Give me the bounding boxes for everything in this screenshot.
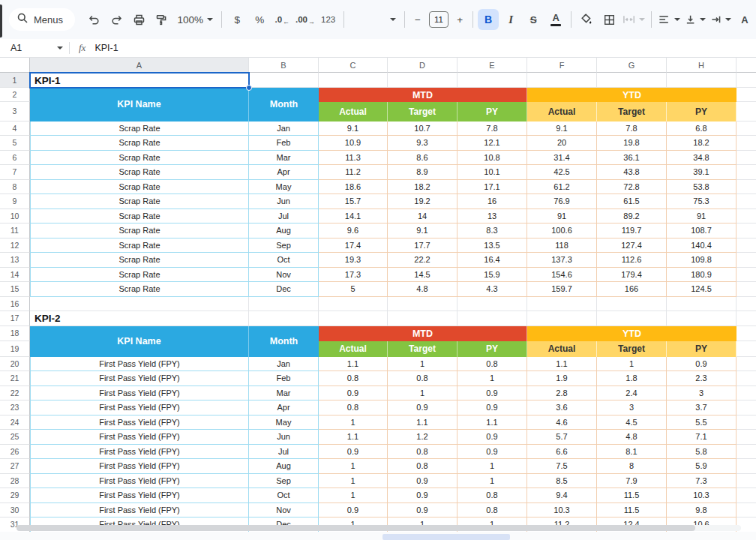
header-cell-mtd-target[interactable]: Target (388, 341, 458, 357)
value-cell[interactable]: 13.5 (458, 238, 527, 254)
kpi-name-cell[interactable]: First Pass Yield (FPY) (30, 386, 249, 401)
value-cell[interactable]: 0.8 (458, 488, 527, 503)
row-header-16[interactable]: 16 (0, 297, 30, 312)
value-cell[interactable]: 140.4 (667, 238, 736, 254)
month-cell[interactable]: May (249, 416, 319, 430)
row-header-18[interactable]: 18 (0, 326, 30, 341)
value-cell[interactable]: 1 (319, 474, 388, 489)
value-cell[interactable]: 1.1 (319, 430, 388, 445)
value-cell[interactable]: 1 (458, 371, 527, 386)
value-cell[interactable]: 10.1 (458, 165, 527, 180)
value-cell[interactable]: 8.3 (458, 224, 527, 238)
value-cell[interactable]: 53.8 (667, 180, 736, 195)
value-cell[interactable]: 1 (388, 386, 458, 401)
month-cell[interactable]: Jun (249, 194, 319, 209)
kpi-name-cell[interactable]: First Pass Yield (FPY) (30, 503, 249, 518)
value-cell[interactable]: 109.8 (667, 253, 736, 268)
value-cell[interactable]: 4.5 (597, 416, 667, 430)
value-cell[interactable]: 3 (597, 400, 667, 416)
value-cell[interactable]: 1.1 (458, 416, 527, 430)
formula-input[interactable]: KPI-1 (94, 43, 118, 53)
value-cell[interactable]: 0.9 (319, 445, 388, 460)
row-header-11[interactable]: 11 (0, 224, 30, 238)
value-cell[interactable]: 0.9 (319, 503, 388, 518)
value-cell[interactable]: 15.9 (458, 268, 527, 283)
value-cell[interactable]: 9.3 (388, 136, 458, 151)
month-cell[interactable]: Nov (249, 268, 319, 283)
value-cell[interactable]: 31.4 (527, 151, 597, 166)
value-cell[interactable]: 0.8 (319, 400, 388, 416)
value-cell[interactable]: 5 (319, 282, 388, 297)
header-cell-mtd[interactable]: MTD (319, 88, 527, 102)
kpi-name-cell[interactable]: Scrap Rate (30, 268, 249, 283)
month-cell[interactable]: May (249, 180, 319, 195)
row-header-8[interactable]: 8 (0, 180, 30, 195)
month-cell[interactable]: Oct (249, 488, 319, 503)
header-cell-ytd[interactable]: YTD (527, 88, 736, 102)
vertical-align-button[interactable] (683, 9, 707, 30)
value-cell[interactable]: 4.8 (597, 430, 667, 445)
value-cell[interactable]: 1.1 (527, 357, 597, 372)
kpi-name-cell[interactable]: Scrap Rate (30, 209, 249, 224)
row-header-7[interactable]: 7 (0, 165, 30, 180)
month-cell[interactable]: Nov (249, 503, 319, 518)
kpi-name-cell[interactable]: Scrap Rate (30, 238, 249, 254)
value-cell[interactable]: 39.1 (667, 165, 736, 180)
increase-decimal-button[interactable]: .00→ (294, 9, 316, 30)
month-cell[interactable]: Aug (249, 459, 319, 474)
header-cell-ytd-actual[interactable]: Actual (527, 102, 597, 122)
value-cell[interactable]: 2.8 (527, 386, 597, 401)
value-cell[interactable]: 1.8 (597, 371, 667, 386)
value-cell[interactable]: 7.3 (667, 474, 736, 489)
value-cell[interactable]: 180.9 (667, 268, 736, 283)
header-cell-month[interactable]: Month (249, 88, 319, 122)
value-cell[interactable]: 42.5 (527, 165, 597, 180)
format-percent-button[interactable]: % (249, 9, 270, 30)
value-cell[interactable]: 61.2 (527, 180, 597, 195)
row-header-30[interactable]: 30 (0, 503, 30, 518)
value-cell[interactable]: 0.8 (458, 357, 527, 372)
value-cell[interactable]: 2.4 (597, 386, 667, 401)
row-header-21[interactable]: 21 (0, 371, 30, 386)
value-cell[interactable]: 12.1 (458, 136, 527, 151)
value-cell[interactable]: 118 (527, 238, 597, 254)
value-cell[interactable]: 75.3 (667, 194, 736, 209)
header-cell-mtd-actual[interactable]: Actual (319, 102, 388, 122)
kpi-name-cell[interactable]: First Pass Yield (FPY) (30, 474, 249, 489)
value-cell[interactable]: 14.5 (388, 268, 458, 283)
row-header-6[interactable]: 6 (0, 151, 30, 166)
kpi-name-cell[interactable]: Scrap Rate (30, 136, 249, 151)
fill-handle[interactable] (246, 85, 252, 91)
value-cell[interactable]: 3.6 (527, 400, 597, 416)
kpi-title-cell[interactable]: KPI-2 (30, 311, 249, 326)
value-cell[interactable]: 0.9 (388, 488, 458, 503)
print-button[interactable] (128, 9, 149, 30)
value-cell[interactable]: 4.6 (527, 416, 597, 430)
header-cell-mtd-target[interactable]: Target (388, 102, 458, 122)
row-header-1[interactable]: 1 (0, 73, 30, 88)
header-cell-month[interactable]: Month (249, 326, 319, 357)
format-currency-button[interactable]: $ (226, 9, 248, 30)
borders-button[interactable] (598, 9, 620, 30)
header-cell-kpi-name[interactable]: KPI Name (30, 326, 249, 357)
header-cell-mtd[interactable]: MTD (319, 326, 527, 341)
value-cell[interactable]: 19.8 (597, 136, 667, 151)
value-cell[interactable]: 0.9 (458, 430, 527, 445)
value-cell[interactable]: 91 (527, 209, 597, 224)
value-cell[interactable]: 10.8 (458, 151, 527, 166)
month-cell[interactable]: Aug (249, 224, 319, 238)
kpi-name-cell[interactable]: Scrap Rate (30, 282, 249, 297)
value-cell[interactable]: 72.8 (597, 180, 667, 195)
value-cell[interactable]: 1.2 (388, 430, 458, 445)
horizontal-align-button[interactable] (656, 9, 681, 30)
value-cell[interactable]: 4.3 (458, 282, 527, 297)
value-cell[interactable]: 1 (319, 416, 388, 430)
kpi-name-cell[interactable]: Scrap Rate (30, 180, 249, 195)
value-cell[interactable]: 0.8 (388, 459, 458, 474)
value-cell[interactable]: 16 (458, 194, 527, 209)
value-cell[interactable]: 14 (388, 209, 458, 224)
merge-cells-button[interactable] (621, 9, 646, 30)
row-header-27[interactable]: 27 (0, 459, 30, 474)
value-cell[interactable]: 100.6 (527, 224, 597, 238)
month-cell[interactable]: Sep (249, 474, 319, 489)
